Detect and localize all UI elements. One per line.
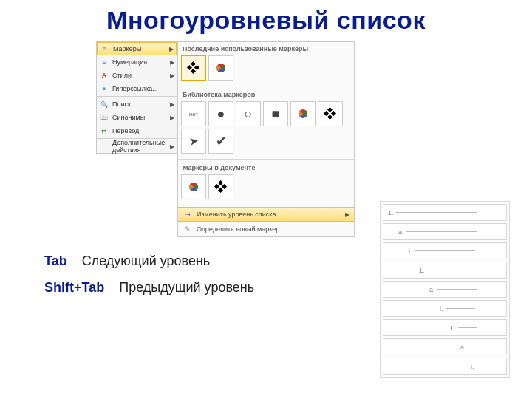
context-menu-item[interactable]: Маркеры▶ <box>97 42 177 55</box>
level-prefix: i. <box>440 305 443 313</box>
context-menu-item[interactable]: Гиперссылка... <box>97 82 177 95</box>
ic-num-icon <box>99 57 109 67</box>
ic-bullets-icon <box>100 44 110 54</box>
context-menu-label: Перевод <box>112 127 174 134</box>
bullet-option-four-diamond[interactable] <box>208 174 233 200</box>
level-prefix: a. <box>460 344 466 351</box>
gallery-change-level[interactable]: Изменить уровень списка ▶ <box>178 207 354 222</box>
level-line <box>406 231 477 232</box>
ic-book-icon <box>99 112 109 123</box>
bullet-option[interactable]: ● <box>208 101 233 126</box>
gallery-recent-grid <box>178 55 354 84</box>
level-prefix: 1. <box>450 324 456 332</box>
chevron-right-icon: ▶ <box>170 115 174 121</box>
define-icon <box>183 224 193 234</box>
level-row[interactable]: a. <box>383 223 507 240</box>
chevron-right-icon: ▶ <box>345 211 349 218</box>
level-prefix: a. <box>398 228 404 236</box>
level-prefix: i. <box>471 363 474 370</box>
level-row[interactable]: i. <box>383 242 507 259</box>
context-menu: Маркеры▶Нумерация▶Стили▶Гиперссылка...По… <box>96 41 177 154</box>
context-menu-item[interactable]: Перевод <box>97 124 177 137</box>
chevron-right-icon: ▶ <box>170 143 174 150</box>
bullet-option[interactable]: ✔ <box>208 129 233 154</box>
level-row[interactable]: 1. <box>383 262 507 279</box>
level-line <box>437 289 477 290</box>
context-menu-item[interactable]: Нумерация▶ <box>97 55 177 69</box>
chevron-right-icon: ▶ <box>170 101 174 108</box>
level-list-panel: 1.a.i.1.a.i.1.a.i. <box>380 201 510 378</box>
indent-icon <box>183 209 193 219</box>
gallery-define-new[interactable]: Определить новый маркер... <box>178 222 354 236</box>
context-menu-label: Поиск <box>112 100 167 108</box>
gallery-library-grid: нет●○■➤✔ <box>178 101 354 157</box>
gallery-section-doc: Маркеры в документе <box>178 161 354 174</box>
context-menu-label: Гиперссылка... <box>112 85 174 92</box>
chevron-right-icon: ▶ <box>170 72 174 79</box>
bullet-option[interactable]: ○ <box>236 101 261 126</box>
gallery-section-recent: Последние использованные маркеры <box>178 42 354 55</box>
blank-icon <box>99 141 109 151</box>
context-menu-item[interactable]: Поиск▶ <box>97 98 177 111</box>
context-menu-label: Нумерация <box>112 58 167 66</box>
level-line <box>468 347 477 347</box>
gallery-section-library: Библиотека маркеров <box>178 88 354 101</box>
level-prefix: a. <box>429 286 435 293</box>
gallery-define-new-label: Определить новый маркер... <box>197 225 285 233</box>
level-row[interactable]: a. <box>383 281 507 298</box>
bullet-option-color[interactable] <box>208 55 233 81</box>
context-menu-label: Дополнительные действия <box>112 139 167 154</box>
level-line <box>427 270 477 270</box>
bullet-option-four-diamond[interactable] <box>318 101 343 126</box>
bullet-option-color[interactable] <box>181 174 206 200</box>
level-prefix: 1. <box>388 209 394 216</box>
gallery-change-level-label: Изменить уровень списка <box>197 211 276 218</box>
context-menu-item[interactable]: Синонимы▶ <box>97 111 177 124</box>
context-menu-item[interactable]: Стили▶ <box>97 69 177 82</box>
ic-search-icon <box>99 99 109 109</box>
hint-shift-key: Shift+Tab <box>44 280 104 295</box>
level-line <box>396 212 477 213</box>
page-title: Многоуровневый список <box>0 0 532 35</box>
context-menu-label: Стили <box>112 72 167 79</box>
context-menu-item[interactable]: Дополнительные действия▶ <box>97 140 177 153</box>
context-menu-label: Синонимы <box>112 114 167 121</box>
bullet-option-color[interactable] <box>290 101 316 126</box>
bullet-option-four-diamond[interactable] <box>181 55 206 81</box>
chevron-right-icon: ▶ <box>169 46 174 52</box>
hint-shift-desc: Предыдущий уровень <box>119 280 254 295</box>
level-prefix: 1. <box>419 267 425 274</box>
hint-tab-desc: Следующий уровень <box>82 253 211 268</box>
level-prefix: i. <box>409 248 412 255</box>
level-line <box>458 327 477 328</box>
level-row[interactable]: i. <box>383 300 507 317</box>
chevron-right-icon: ▶ <box>170 59 174 66</box>
level-line <box>446 308 475 309</box>
hint-tab-key: Tab <box>44 253 67 268</box>
ic-trans-icon <box>99 126 109 136</box>
bullet-option-arrowhead[interactable]: ➤ <box>181 129 206 154</box>
level-row[interactable]: 1. <box>383 319 507 336</box>
ic-world-icon <box>99 83 109 94</box>
keyboard-hints: Tab Следующий уровень Shift+Tab Предыдущ… <box>44 248 254 301</box>
bullet-gallery: Последние использованные маркеры Библиот… <box>177 41 355 237</box>
ic-a-icon <box>99 70 109 81</box>
context-menu-label: Маркеры <box>113 45 166 52</box>
level-row[interactable]: i. <box>383 358 507 375</box>
level-row[interactable]: 1. <box>383 204 507 221</box>
bullet-option-none[interactable]: нет <box>181 101 206 126</box>
bullet-option[interactable]: ■ <box>263 101 288 126</box>
level-row[interactable]: a. <box>383 338 507 355</box>
gallery-doc-grid <box>178 174 354 203</box>
level-line <box>415 250 475 251</box>
